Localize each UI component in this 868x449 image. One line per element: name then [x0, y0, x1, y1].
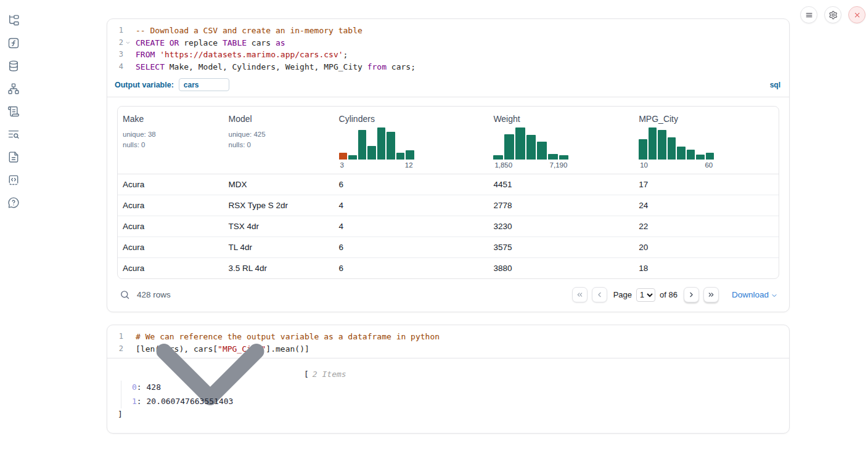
chevron-left-icon — [596, 291, 604, 299]
chevron-down-icon — [118, 325, 303, 434]
histogram-bar[interactable] — [548, 154, 558, 160]
line-number: 3 — [107, 49, 123, 61]
page-total-label: of 86 — [660, 290, 678, 299]
tree-collapse-button[interactable] — [118, 325, 303, 434]
search-icon[interactable] — [120, 289, 130, 300]
column-header-make[interactable]: Makeunique: 38nulls: 0 — [118, 107, 224, 174]
page-label: Page — [613, 290, 632, 299]
table-cell: 17 — [634, 174, 779, 195]
first-page-button[interactable] — [572, 287, 588, 302]
table-cell: RSX Type S 2dr — [224, 195, 334, 216]
code-line: 1-- Download a CSV and create an in-memo… — [107, 25, 789, 37]
chevron-down-icon — [771, 292, 778, 299]
last-page-button[interactable] — [703, 287, 719, 302]
histogram-axis: 312 — [339, 161, 414, 169]
row-count: 428 rows — [137, 290, 171, 299]
previous-page-button[interactable] — [592, 287, 607, 302]
histogram-bar[interactable] — [396, 153, 405, 160]
column-header-cylinders[interactable]: Cylinders312 — [334, 107, 489, 174]
histogram-bar[interactable] — [559, 155, 569, 160]
search-icon — [120, 289, 130, 300]
next-page-button[interactable] — [684, 287, 699, 302]
histogram-bar[interactable] — [504, 134, 514, 160]
sidebar-variables-button[interactable] — [7, 37, 20, 49]
histogram-bar[interactable] — [639, 139, 647, 160]
output-variable-input[interactable] — [179, 78, 229, 91]
line-number: 2 — [107, 37, 123, 49]
histogram-bar[interactable] — [649, 127, 657, 160]
sidebar-tracebacks-button[interactable] — [7, 128, 20, 140]
line-number: 2 — [107, 343, 123, 355]
histogram-axis: 1,8507,190 — [493, 161, 568, 169]
sidebar-data-sources-button[interactable] — [7, 60, 20, 72]
column-header-mpg_city[interactable]: MPG_City1060 — [634, 107, 779, 174]
table-cell: 20 — [634, 237, 779, 258]
output-variable-row: Output variable: sql — [107, 76, 789, 97]
histogram-bar[interactable] — [339, 153, 348, 160]
column-header-weight[interactable]: Weight1,8507,190 — [488, 107, 634, 174]
histogram-bar[interactable] — [537, 142, 547, 160]
database-icon — [7, 60, 20, 72]
table-cell: TSX 4dr — [224, 216, 334, 237]
chevron-left-icon — [596, 291, 604, 299]
table-row[interactable]: AcuraRSX Type S 2dr4277824 — [118, 195, 779, 216]
table-row[interactable]: Acura3.5 RL 4dr6388018 — [118, 258, 779, 279]
table-cell: 6 — [334, 237, 489, 258]
download-button[interactable]: Download — [732, 290, 778, 299]
histogram-bar[interactable] — [687, 150, 695, 160]
chevron-down-icon — [125, 40, 131, 46]
column-histogram[interactable] — [493, 127, 568, 160]
histogram-bar[interactable] — [706, 153, 714, 160]
settings-button[interactable] — [824, 6, 841, 23]
chevrons-right-icon — [707, 291, 715, 299]
histogram-bar[interactable] — [358, 130, 367, 160]
result-table: Makeunique: 38nulls: 0Modelunique: 425nu… — [118, 107, 779, 278]
page-select[interactable]: 1 — [636, 288, 655, 302]
histogram-bar[interactable] — [658, 130, 666, 160]
column-header-model[interactable]: Modelunique: 425nulls: 0 — [224, 107, 334, 174]
histogram-bar[interactable] — [387, 132, 395, 160]
chevrons-left-icon — [576, 291, 584, 299]
result-table-body: AcuraMDX6445117AcuraRSX Type S 2dr427782… — [118, 174, 779, 279]
code-line: 4SELECT Make, Model, Cylinders, Weight, … — [107, 61, 789, 73]
pagination: Page 1 of 86 Download — [572, 287, 778, 302]
topbar — [800, 6, 866, 23]
table-row[interactable]: AcuraTL 4dr6357520 — [118, 237, 779, 258]
sidebar-dependency-graph-button[interactable] — [7, 83, 20, 95]
histogram-bar[interactable] — [493, 155, 503, 160]
shutdown-button[interactable] — [848, 6, 866, 23]
scroll-text-icon — [7, 105, 20, 118]
table-row[interactable]: AcuraMDX6445117 — [118, 174, 779, 195]
histogram-bar[interactable] — [677, 147, 686, 160]
table-cell: 6 — [334, 174, 489, 195]
column-histogram[interactable] — [339, 127, 414, 160]
sidebar-help-button[interactable] — [7, 196, 20, 209]
menu-button[interactable] — [800, 6, 817, 23]
histogram-bar[interactable] — [668, 137, 676, 160]
chevron-down-icon — [118, 325, 303, 434]
table-cell: 18 — [634, 258, 779, 279]
sidebar-snippets-button[interactable] — [7, 174, 20, 186]
chevrons-left-icon — [576, 291, 584, 299]
sql-code-editor[interactable]: 1-- Download a CSV and create an in-memo… — [107, 19, 789, 76]
histogram-bar[interactable] — [696, 155, 705, 160]
histogram-bar[interactable] — [515, 127, 525, 160]
sidebar-documentation-button[interactable] — [7, 151, 20, 163]
table-cell: Acura — [118, 258, 224, 279]
sql-cell: 1-- Download a CSV and create an in-memo… — [107, 18, 790, 312]
sidebar-files-button[interactable] — [7, 14, 20, 26]
histogram-bar[interactable] — [406, 150, 414, 160]
histogram-bar[interactable] — [367, 146, 376, 160]
fold-toggle[interactable] — [125, 40, 131, 46]
line-number: 1 — [107, 25, 123, 37]
histogram-bar[interactable] — [377, 127, 386, 160]
sidebar — [0, 0, 27, 449]
table-cell: 24 — [634, 195, 779, 216]
table-row[interactable]: AcuraTSX 4dr4323022 — [118, 216, 779, 237]
histogram-bar[interactable] — [348, 155, 357, 160]
column-stats: unique: 38nulls: 0 — [123, 129, 219, 150]
column-histogram[interactable] — [639, 127, 714, 160]
sidebar-logs-button[interactable] — [7, 105, 20, 118]
code-text: FROM 'https://datasets.marimo.app/cars.c… — [123, 49, 348, 61]
histogram-bar[interactable] — [526, 135, 536, 160]
